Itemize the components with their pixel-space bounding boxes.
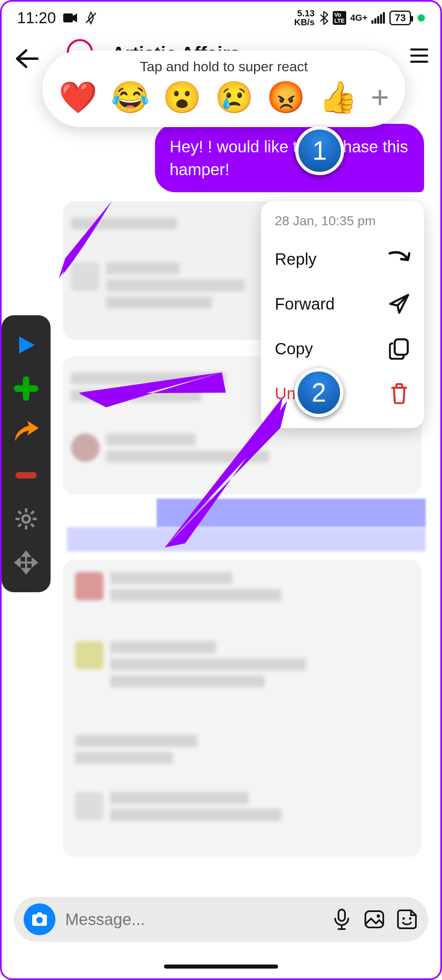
image-button[interactable] xyxy=(363,908,386,931)
svg-rect-5 xyxy=(380,14,382,24)
camera-icon xyxy=(31,911,49,927)
phone-frame: 11:20 5.13 KB/s Vo LTE 4G+ 73 Artistic A… xyxy=(0,0,442,980)
sticker-button[interactable] xyxy=(396,908,418,931)
battery-indicator: 73 xyxy=(389,11,411,25)
dock-play-button[interactable] xyxy=(12,331,40,359)
blurred-message-row xyxy=(71,433,269,463)
mic-button[interactable] xyxy=(330,908,353,931)
selection-highlight xyxy=(157,499,426,527)
svg-rect-4 xyxy=(377,16,379,24)
svg-point-23 xyxy=(409,917,411,920)
send-plane-icon xyxy=(388,293,410,315)
annotation-badge-2: 2 xyxy=(294,368,343,417)
back-button[interactable] xyxy=(14,48,38,69)
home-indicator[interactable] xyxy=(164,965,278,969)
react-angry[interactable]: 😡 xyxy=(267,82,305,113)
privacy-dot-icon xyxy=(418,14,425,22)
svg-rect-0 xyxy=(63,13,73,22)
svg-rect-8 xyxy=(15,472,37,479)
menu-button[interactable] xyxy=(410,48,428,63)
svg-point-22 xyxy=(402,917,405,920)
context-copy[interactable]: Copy xyxy=(275,326,410,371)
message-input[interactable] xyxy=(65,910,320,929)
screenshot-tool-dock[interactable] xyxy=(2,315,51,592)
copy-icon xyxy=(388,338,410,360)
signal-bars-icon xyxy=(371,12,385,24)
sent-message-text: Hey! ! would like to purchase this hampe… xyxy=(170,138,408,178)
reaction-popup: Tap and hold to super react ❤️ 😂 😮 😢 😡 👍… xyxy=(42,51,405,127)
svg-rect-6 xyxy=(383,12,385,24)
react-sad[interactable]: 😢 xyxy=(215,82,254,113)
compass-off-icon xyxy=(84,11,97,24)
svg-line-1 xyxy=(86,13,96,23)
dock-remove-button[interactable] xyxy=(12,461,40,490)
dock-settings-button[interactable] xyxy=(12,505,40,533)
volte-badge: Vo LTE xyxy=(333,11,346,25)
trash-icon xyxy=(388,382,410,404)
context-timestamp: 28 Jan, 10:35 pm xyxy=(275,213,410,229)
svg-rect-19 xyxy=(338,910,345,921)
react-more-button[interactable]: + xyxy=(371,79,389,115)
blurred-message-row xyxy=(75,572,281,601)
annotation-badge-1: 1 xyxy=(295,126,344,175)
composer-bar xyxy=(14,897,428,942)
svg-rect-2 xyxy=(371,20,373,24)
blurred-message-row xyxy=(71,262,245,309)
blurred-message-row xyxy=(75,641,306,688)
svg-rect-20 xyxy=(365,911,383,927)
bluetooth-icon xyxy=(319,11,329,25)
react-thumbsup[interactable]: 👍 xyxy=(319,82,358,113)
dock-move-button[interactable] xyxy=(12,548,40,577)
svg-line-16 xyxy=(31,511,34,514)
svg-point-18 xyxy=(36,917,43,923)
react-wow[interactable]: 😮 xyxy=(163,82,201,113)
svg-line-14 xyxy=(18,511,21,514)
react-heart[interactable]: ❤️ xyxy=(59,82,97,113)
selection-highlight xyxy=(67,527,426,552)
svg-point-9 xyxy=(22,515,30,523)
camera-button[interactable] xyxy=(24,903,55,935)
sticker-icon xyxy=(396,909,418,930)
signal-type: 4G+ xyxy=(350,13,367,23)
svg-rect-7 xyxy=(395,339,408,355)
react-laugh[interactable]: 😂 xyxy=(111,82,150,113)
net-speed: 5.13 KB/s xyxy=(294,9,315,27)
video-icon xyxy=(63,13,77,23)
mic-icon xyxy=(333,908,351,931)
blurred-message-row xyxy=(75,792,281,821)
blurred-message-row xyxy=(71,218,177,230)
reaction-hint: Tap and hold to super react xyxy=(55,59,393,75)
context-forward[interactable]: Forward xyxy=(275,281,410,326)
blurred-message-row xyxy=(71,372,226,402)
svg-point-21 xyxy=(377,914,380,918)
image-icon xyxy=(364,910,385,929)
dock-share-button[interactable] xyxy=(12,418,40,446)
svg-line-15 xyxy=(31,524,34,527)
blurred-message-row xyxy=(75,735,197,764)
dock-add-button[interactable] xyxy=(12,374,40,403)
status-bar: 11:20 5.13 KB/s Vo LTE 4G+ 73 xyxy=(2,2,440,34)
sent-message-bubble[interactable]: Hey! ! would like to purchase this hampe… xyxy=(155,124,424,192)
svg-line-17 xyxy=(18,524,21,527)
context-reply[interactable]: Reply xyxy=(275,237,410,281)
status-time: 11:20 xyxy=(17,9,56,27)
reply-arrow-icon xyxy=(388,248,410,270)
svg-rect-3 xyxy=(374,18,376,24)
